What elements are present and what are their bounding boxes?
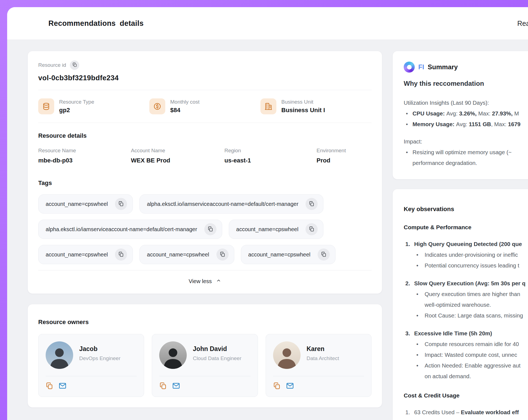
bullet-dot: •	[416, 360, 418, 371]
summary-sidebar: FI Summary Why this reccomendation Utili…	[392, 51, 528, 420]
email-owner-button[interactable]	[286, 382, 294, 391]
resource-details-grid: Resource Name mbe-db-p03 Account Name WE…	[38, 148, 372, 164]
tag-pill: account_name=cpswheel	[139, 245, 234, 264]
summary-title: Summary	[428, 63, 458, 71]
detail-value: us-east-1	[224, 157, 317, 164]
bullet-dot: •	[416, 339, 418, 349]
copy-owner-button[interactable]	[273, 382, 280, 390]
detail-label: Resource Name	[38, 148, 131, 154]
owner-name: Karen	[307, 345, 339, 353]
tags-list: account_name=cpswheel alpha.eksctl.io/ia…	[38, 194, 372, 264]
stats-row: Resource Type gp2 Monthly cost $84 Busin…	[38, 98, 372, 114]
stat-item: Business Unit Business Unit I	[260, 98, 372, 114]
tag-row: account_name=cpswheel account_name=cpswh…	[38, 245, 372, 264]
tag-text: account_name=cpswheel	[46, 252, 108, 258]
text-line: •Potential concurrency issues leading t	[404, 260, 528, 271]
tag-pill: account_name=cpswheel	[229, 220, 323, 239]
detail-label: Region	[224, 148, 317, 154]
why-recommendation-heading: Why this reccomendation	[404, 80, 528, 87]
tag-text: account_name=cpswheel	[248, 252, 310, 258]
bullet-dot: •	[416, 260, 418, 271]
text-line: •Resizing will optimize memory usage (~	[404, 147, 528, 158]
resource-owners-heading: Resource owners	[38, 319, 372, 326]
key-observations-card: Key observations Compute & Performance1.…	[392, 189, 528, 420]
text-line: performance degradation.	[404, 158, 528, 168]
copy-owner-button[interactable]	[159, 382, 167, 390]
key-observations-heading: Key observations	[404, 205, 528, 213]
database-icon	[38, 98, 54, 114]
detail-value: Prod	[317, 157, 372, 164]
text-line: •Compute resources remain idle for 40	[404, 339, 528, 349]
copy-tag-button[interactable]	[115, 198, 127, 210]
text-line: 3.Excessive Idle Time (5h 20m)	[404, 328, 528, 339]
resource-id-row: Resource id	[38, 60, 372, 70]
tag-row: account_name=cpswheel alpha.eksctl.io/ia…	[38, 194, 372, 214]
detail-column: Environment Prod	[317, 148, 372, 164]
copy-icon	[208, 226, 213, 233]
copy-icon	[46, 382, 53, 390]
text-line: •Memory Usage: Avg: 1151 GB, Max: 1679	[404, 119, 528, 129]
owner-card: Jacob DevOps Engineer	[38, 334, 144, 397]
tag-pill: account_name=cpswheel	[241, 245, 336, 264]
copy-tag-button[interactable]	[204, 223, 216, 235]
copy-owner-button[interactable]	[46, 382, 53, 390]
stat-value: Business Unit I	[281, 107, 325, 114]
section-subheading: Compute & Performance	[404, 223, 528, 231]
mail-icon	[172, 382, 180, 391]
owner-role: DevOps Engineer	[79, 355, 120, 361]
stat-label: Monthly cost	[170, 99, 200, 105]
stat-value: $84	[170, 107, 200, 114]
fi-ring-logo	[404, 62, 415, 73]
divider	[159, 376, 250, 376]
dollar-circle-icon	[149, 98, 165, 114]
owners-row: Jacob DevOps Engineer John David Cloud D…	[38, 334, 372, 397]
stat-value: gp2	[59, 107, 94, 114]
copy-tag-button[interactable]	[318, 248, 330, 261]
bullet-dot: •	[416, 249, 418, 260]
tag-text: account_name=cpswheel	[46, 201, 108, 207]
copy-icon	[273, 382, 280, 390]
tag-pill: account_name=cpswheel	[38, 245, 133, 264]
page-title: Recommendations details	[48, 19, 144, 28]
building-icon	[260, 98, 276, 114]
resource-id-label: Resource id	[38, 62, 66, 68]
email-owner-button[interactable]	[172, 382, 180, 391]
fi-logo-text: FI	[418, 63, 424, 71]
view-less-button[interactable]: View less	[38, 270, 372, 292]
content-area: Resource id vol-0cb3bf3219bdfe234 Resour…	[7, 40, 528, 420]
tag-text: account_name=cpswheel	[236, 226, 298, 233]
copy-icon	[159, 382, 167, 390]
avatar	[159, 341, 187, 369]
section-subheading: Cost & Credit Usage	[404, 391, 528, 400]
bullet-dot: •	[406, 147, 408, 158]
chevron-up-icon	[216, 278, 221, 284]
tag-row: alpha.eksctl.io/iamserviceaccount-name=d…	[38, 220, 372, 239]
copy-icon	[220, 252, 225, 258]
tag-pill: alpha.eksctl.io/iamserviceaccount-name=d…	[139, 194, 323, 214]
owner-card: John David Cloud Data Engineer	[152, 334, 258, 397]
bullet-dot: •	[406, 119, 408, 129]
text-line: Utilization Insights (Last 90 Days):	[404, 97, 528, 108]
email-owner-button[interactable]	[59, 382, 67, 391]
copy-tag-button[interactable]	[306, 223, 318, 235]
fi-summary-header: FI Summary	[404, 62, 528, 73]
copy-tag-button[interactable]	[216, 248, 229, 261]
tag-pill: alpha.eksctl.io/iamserviceaccount-name=d…	[38, 220, 222, 239]
header-right-link-partial[interactable]: Rea	[517, 20, 528, 27]
owner-role: Data Architect	[307, 355, 339, 361]
copy-icon	[118, 252, 124, 258]
owner-card: Karen Data Architect	[266, 334, 372, 397]
copy-icon	[309, 201, 314, 207]
divider	[273, 376, 364, 376]
divider	[38, 123, 372, 123]
owner-role: Cloud Data Engineer	[193, 355, 241, 361]
copy-tag-button[interactable]	[115, 248, 127, 261]
detail-value: WEX BE Prod	[131, 157, 224, 164]
mail-icon	[59, 382, 67, 391]
detail-column: Account Name WEX BE Prod	[131, 148, 224, 164]
copy-tag-button[interactable]	[306, 198, 318, 210]
copy-resource-id-button[interactable]	[70, 60, 79, 70]
tag-text: alpha.eksctl.io/iamserviceaccount-name=d…	[46, 226, 197, 233]
resource-details-heading: Resource details	[38, 132, 372, 139]
detail-column: Resource Name mbe-db-p03	[38, 148, 131, 164]
